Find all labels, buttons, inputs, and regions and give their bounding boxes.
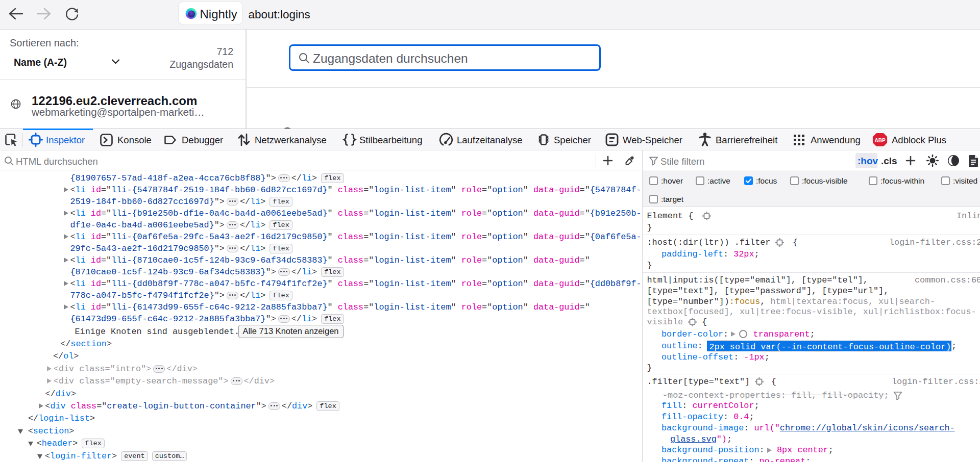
svg-text:ABP: ABP	[874, 138, 885, 143]
